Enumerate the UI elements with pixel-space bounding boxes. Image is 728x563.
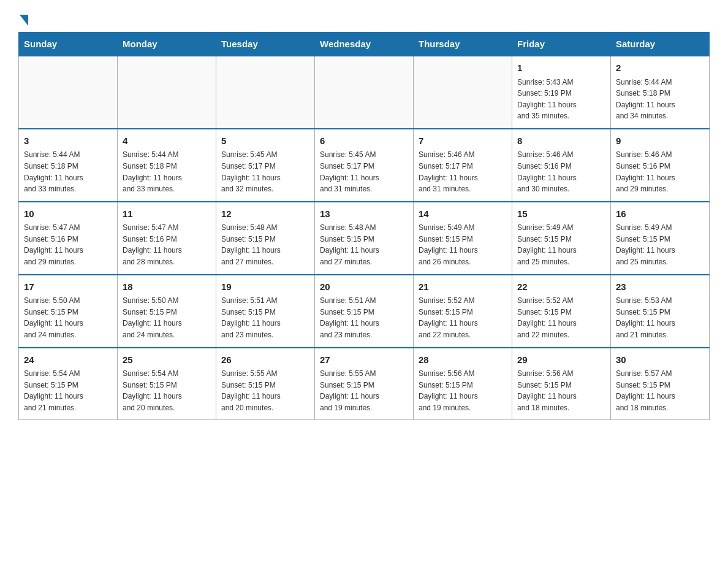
day-info: Sunrise: 5:48 AM Sunset: 5:15 PM Dayligh… bbox=[221, 222, 309, 267]
day-number: 12 bbox=[221, 207, 309, 221]
day-info: Sunrise: 5:52 AM Sunset: 5:15 PM Dayligh… bbox=[419, 295, 507, 340]
weekday-header-row: SundayMondayTuesdayWednesdayThursdayFrid… bbox=[19, 33, 710, 56]
calendar-cell: 29Sunrise: 5:56 AM Sunset: 5:15 PM Dayli… bbox=[512, 348, 611, 420]
page-header bbox=[18, 12, 710, 26]
calendar-cell: 2Sunrise: 5:44 AM Sunset: 5:18 PM Daylig… bbox=[611, 56, 710, 129]
calendar-cell: 3Sunrise: 5:44 AM Sunset: 5:18 PM Daylig… bbox=[19, 129, 118, 202]
day-info: Sunrise: 5:50 AM Sunset: 5:15 PM Dayligh… bbox=[123, 295, 211, 340]
day-info: Sunrise: 5:50 AM Sunset: 5:15 PM Dayligh… bbox=[24, 295, 112, 340]
weekday-header-friday: Friday bbox=[512, 33, 611, 56]
day-info: Sunrise: 5:46 AM Sunset: 5:16 PM Dayligh… bbox=[517, 149, 605, 194]
day-info: Sunrise: 5:46 AM Sunset: 5:16 PM Dayligh… bbox=[616, 149, 704, 194]
day-info: Sunrise: 5:44 AM Sunset: 5:18 PM Dayligh… bbox=[24, 149, 112, 194]
calendar-cell: 15Sunrise: 5:49 AM Sunset: 5:15 PM Dayli… bbox=[512, 202, 611, 275]
calendar-cell: 21Sunrise: 5:52 AM Sunset: 5:15 PM Dayli… bbox=[414, 275, 512, 348]
calendar-cell: 7Sunrise: 5:46 AM Sunset: 5:17 PM Daylig… bbox=[414, 129, 512, 202]
day-number: 5 bbox=[221, 134, 309, 148]
day-number: 27 bbox=[320, 353, 408, 367]
calendar-table: SundayMondayTuesdayWednesdayThursdayFrid… bbox=[18, 32, 710, 420]
day-info: Sunrise: 5:44 AM Sunset: 5:18 PM Dayligh… bbox=[616, 77, 704, 122]
calendar-cell bbox=[118, 56, 216, 129]
day-number: 7 bbox=[419, 134, 507, 148]
logo-arrow-icon bbox=[20, 15, 28, 26]
day-info: Sunrise: 5:54 AM Sunset: 5:15 PM Dayligh… bbox=[24, 368, 112, 413]
weekday-header-monday: Monday bbox=[118, 33, 216, 56]
calendar-cell: 11Sunrise: 5:47 AM Sunset: 5:16 PM Dayli… bbox=[118, 202, 216, 275]
day-number: 19 bbox=[221, 280, 309, 294]
calendar-cell: 17Sunrise: 5:50 AM Sunset: 5:15 PM Dayli… bbox=[19, 275, 118, 348]
calendar-cell: 18Sunrise: 5:50 AM Sunset: 5:15 PM Dayli… bbox=[118, 275, 216, 348]
calendar-cell bbox=[315, 56, 414, 129]
day-number: 14 bbox=[419, 207, 507, 221]
day-info: Sunrise: 5:55 AM Sunset: 5:15 PM Dayligh… bbox=[320, 368, 408, 413]
day-number: 17 bbox=[24, 280, 112, 294]
day-info: Sunrise: 5:44 AM Sunset: 5:18 PM Dayligh… bbox=[123, 149, 211, 194]
day-info: Sunrise: 5:53 AM Sunset: 5:15 PM Dayligh… bbox=[616, 295, 704, 340]
day-info: Sunrise: 5:54 AM Sunset: 5:15 PM Dayligh… bbox=[123, 368, 211, 413]
weekday-header-sunday: Sunday bbox=[19, 33, 118, 56]
day-number: 9 bbox=[616, 134, 704, 148]
calendar-cell: 8Sunrise: 5:46 AM Sunset: 5:16 PM Daylig… bbox=[512, 129, 611, 202]
day-info: Sunrise: 5:51 AM Sunset: 5:15 PM Dayligh… bbox=[221, 295, 309, 340]
weekday-header-thursday: Thursday bbox=[414, 33, 512, 56]
day-info: Sunrise: 5:49 AM Sunset: 5:15 PM Dayligh… bbox=[616, 222, 704, 267]
calendar-cell: 28Sunrise: 5:56 AM Sunset: 5:15 PM Dayli… bbox=[414, 348, 512, 420]
calendar-cell: 22Sunrise: 5:52 AM Sunset: 5:15 PM Dayli… bbox=[512, 275, 611, 348]
day-info: Sunrise: 5:47 AM Sunset: 5:16 PM Dayligh… bbox=[24, 222, 112, 267]
calendar-cell: 16Sunrise: 5:49 AM Sunset: 5:15 PM Dayli… bbox=[611, 202, 710, 275]
day-number: 3 bbox=[24, 134, 112, 148]
day-number: 21 bbox=[419, 280, 507, 294]
day-number: 6 bbox=[320, 134, 408, 148]
day-number: 16 bbox=[616, 207, 704, 221]
day-number: 15 bbox=[517, 207, 605, 221]
day-number: 23 bbox=[616, 280, 704, 294]
day-number: 2 bbox=[616, 61, 704, 75]
weekday-header-saturday: Saturday bbox=[611, 33, 710, 56]
calendar-cell: 13Sunrise: 5:48 AM Sunset: 5:15 PM Dayli… bbox=[315, 202, 414, 275]
day-info: Sunrise: 5:56 AM Sunset: 5:15 PM Dayligh… bbox=[419, 368, 507, 413]
day-info: Sunrise: 5:43 AM Sunset: 5:19 PM Dayligh… bbox=[517, 77, 605, 122]
day-info: Sunrise: 5:45 AM Sunset: 5:17 PM Dayligh… bbox=[221, 149, 309, 194]
calendar-cell bbox=[19, 56, 118, 129]
week-row-4: 17Sunrise: 5:50 AM Sunset: 5:15 PM Dayli… bbox=[19, 275, 710, 348]
day-number: 18 bbox=[123, 280, 211, 294]
calendar-cell: 1Sunrise: 5:43 AM Sunset: 5:19 PM Daylig… bbox=[512, 56, 611, 129]
day-number: 1 bbox=[517, 61, 605, 75]
day-number: 30 bbox=[616, 353, 704, 367]
day-number: 29 bbox=[517, 353, 605, 367]
calendar-cell bbox=[414, 56, 512, 129]
day-number: 8 bbox=[517, 134, 605, 148]
calendar-cell: 19Sunrise: 5:51 AM Sunset: 5:15 PM Dayli… bbox=[216, 275, 315, 348]
calendar-cell: 25Sunrise: 5:54 AM Sunset: 5:15 PM Dayli… bbox=[118, 348, 216, 420]
day-info: Sunrise: 5:49 AM Sunset: 5:15 PM Dayligh… bbox=[419, 222, 507, 267]
day-number: 22 bbox=[517, 280, 605, 294]
calendar-cell: 12Sunrise: 5:48 AM Sunset: 5:15 PM Dayli… bbox=[216, 202, 315, 275]
day-number: 24 bbox=[24, 353, 112, 367]
day-number: 25 bbox=[123, 353, 211, 367]
day-info: Sunrise: 5:47 AM Sunset: 5:16 PM Dayligh… bbox=[123, 222, 211, 267]
day-number: 26 bbox=[221, 353, 309, 367]
weekday-header-wednesday: Wednesday bbox=[315, 33, 414, 56]
day-info: Sunrise: 5:45 AM Sunset: 5:17 PM Dayligh… bbox=[320, 149, 408, 194]
day-info: Sunrise: 5:49 AM Sunset: 5:15 PM Dayligh… bbox=[517, 222, 605, 267]
calendar-cell: 26Sunrise: 5:55 AM Sunset: 5:15 PM Dayli… bbox=[216, 348, 315, 420]
day-number: 28 bbox=[419, 353, 507, 367]
day-number: 10 bbox=[24, 207, 112, 221]
day-number: 4 bbox=[123, 134, 211, 148]
weekday-header-tuesday: Tuesday bbox=[216, 33, 315, 56]
day-info: Sunrise: 5:51 AM Sunset: 5:15 PM Dayligh… bbox=[320, 295, 408, 340]
day-number: 13 bbox=[320, 207, 408, 221]
week-row-3: 10Sunrise: 5:47 AM Sunset: 5:16 PM Dayli… bbox=[19, 202, 710, 275]
day-number: 20 bbox=[320, 280, 408, 294]
week-row-5: 24Sunrise: 5:54 AM Sunset: 5:15 PM Dayli… bbox=[19, 348, 710, 420]
day-info: Sunrise: 5:52 AM Sunset: 5:15 PM Dayligh… bbox=[517, 295, 605, 340]
calendar-cell bbox=[216, 56, 315, 129]
day-info: Sunrise: 5:48 AM Sunset: 5:15 PM Dayligh… bbox=[320, 222, 408, 267]
calendar-cell: 24Sunrise: 5:54 AM Sunset: 5:15 PM Dayli… bbox=[19, 348, 118, 420]
calendar-cell: 20Sunrise: 5:51 AM Sunset: 5:15 PM Dayli… bbox=[315, 275, 414, 348]
calendar-cell: 6Sunrise: 5:45 AM Sunset: 5:17 PM Daylig… bbox=[315, 129, 414, 202]
calendar-cell: 4Sunrise: 5:44 AM Sunset: 5:18 PM Daylig… bbox=[118, 129, 216, 202]
calendar-cell: 23Sunrise: 5:53 AM Sunset: 5:15 PM Dayli… bbox=[611, 275, 710, 348]
logo bbox=[18, 12, 28, 26]
day-info: Sunrise: 5:46 AM Sunset: 5:17 PM Dayligh… bbox=[419, 149, 507, 194]
